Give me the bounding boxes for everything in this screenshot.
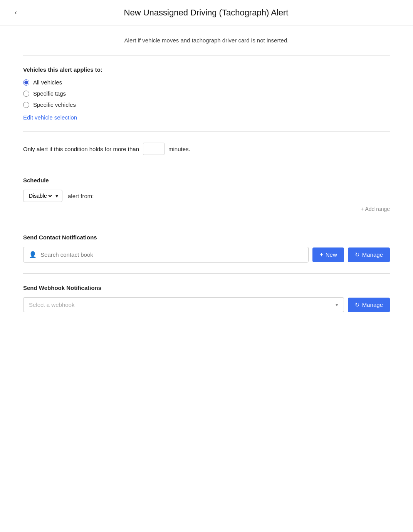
vehicles-radio-group: All vehicles Specific tags Specific vehi… <box>23 79 390 108</box>
radio-specific-tags-label: Specific tags <box>33 90 66 97</box>
page-title: New Unassigned Driving (Tachograph) Aler… <box>26 8 401 18</box>
webhook-select-wrapper[interactable]: Select a webhook ▾ <box>23 297 344 312</box>
condition-suffix: minutes. <box>168 146 190 152</box>
back-icon: ‹ <box>15 8 17 17</box>
person-icon: 👤 <box>29 251 37 258</box>
disable-select[interactable]: Disable Enable <box>27 192 53 199</box>
divider-1 <box>23 55 390 56</box>
manage-contacts-button[interactable]: ↻ Manage <box>348 247 390 262</box>
divider-3 <box>23 166 390 166</box>
search-contact-input[interactable] <box>40 251 303 258</box>
divider-4 <box>23 223 390 223</box>
chevron-down-icon: ▾ <box>336 302 338 308</box>
radio-specific-tags-input[interactable] <box>23 91 29 97</box>
new-button-label: New <box>326 251 337 258</box>
new-contact-button[interactable]: + New <box>312 247 344 262</box>
disable-select-wrapper[interactable]: Disable Enable ▾ <box>23 190 62 202</box>
schedule-section-label: Schedule <box>23 177 390 184</box>
radio-all-vehicles-label: All vehicles <box>33 79 62 86</box>
radio-specific-tags[interactable]: Specific tags <box>23 90 390 97</box>
plus-icon: + <box>319 251 323 258</box>
contact-section: Send Contact Notifications 👤 + New ↻ Man… <box>23 234 390 263</box>
condition-section: Only alert if this condition holds for m… <box>23 143 390 155</box>
alert-description: Alert if vehicle moves and tachograph dr… <box>23 37 390 44</box>
radio-all-vehicles[interactable]: All vehicles <box>23 79 390 86</box>
chevron-down-icon: ▾ <box>55 193 58 199</box>
search-contact-wrapper: 👤 <box>23 247 309 263</box>
schedule-section: Schedule Disable Enable ▾ alert from: + … <box>23 177 390 212</box>
manage-webhooks-label: Manage <box>362 301 383 308</box>
condition-prefix: Only alert if this condition holds for m… <box>23 146 139 152</box>
divider-5 <box>23 273 390 274</box>
divider-2 <box>23 131 390 132</box>
edit-vehicle-selection-link[interactable]: Edit vehicle selection <box>23 114 77 121</box>
add-range-link[interactable]: + Add range <box>23 206 390 212</box>
back-button[interactable]: ‹ <box>12 7 20 18</box>
contact-section-label: Send Contact Notifications <box>23 234 390 241</box>
radio-specific-vehicles-input[interactable] <box>23 102 29 108</box>
manage-contacts-label: Manage <box>362 251 383 258</box>
webhook-section-label: Send Webhook Notifications <box>23 285 390 291</box>
radio-all-vehicles-input[interactable] <box>23 79 29 86</box>
radio-specific-vehicles-label: Specific vehicles <box>33 101 76 108</box>
manage-webhooks-button[interactable]: ↻ Manage <box>348 298 390 312</box>
manage-icon: ↻ <box>355 251 360 258</box>
webhook-section: Send Webhook Notifications Select a webh… <box>23 285 390 312</box>
minutes-input[interactable] <box>143 143 165 155</box>
vehicles-section-label: Vehicles this alert applies to: <box>23 66 390 73</box>
radio-specific-vehicles[interactable]: Specific vehicles <box>23 101 390 108</box>
manage-webhook-icon: ↻ <box>355 301 360 308</box>
vehicles-section: Vehicles this alert applies to: All vehi… <box>23 66 390 121</box>
alert-from-label: alert from: <box>68 193 94 199</box>
webhook-select[interactable]: Select a webhook <box>29 301 336 308</box>
